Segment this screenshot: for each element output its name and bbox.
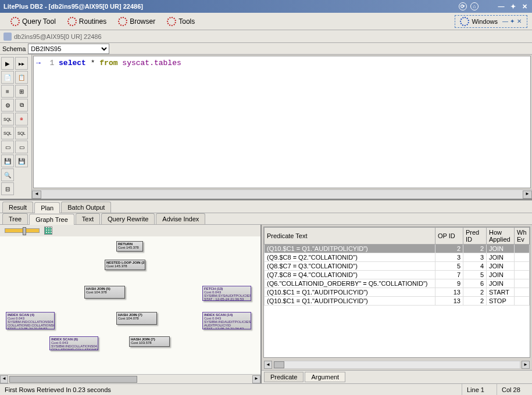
- menu-tools[interactable]: Tools: [161, 16, 201, 27]
- sql1-button[interactable]: SQL: [1, 113, 14, 125]
- plan-node[interactable]: RETURNCost 145.378: [116, 241, 143, 252]
- minimize-button[interactable]: —: [497, 2, 505, 10]
- subtab-text[interactable]: Text: [76, 213, 100, 224]
- table-row[interactable]: (Q8.$C7 = Q3."COLLATIONID")54JOIN: [265, 262, 530, 271]
- plan-node[interactable]: INDEX SCAN (4)Cost 0.043SYSIBM.INDCOLLAT…: [6, 312, 55, 329]
- open-button[interactable]: 📄: [1, 71, 14, 84]
- sql2-button[interactable]: SQL: [1, 127, 14, 139]
- side-toolbar: ▶▸▸ 📄📋 ≡⊞ ⚙⧉ SQL⊗ SQLSQL ▭▭ 💾💾 🔍 ⊟: [0, 55, 32, 199]
- pred-scroll-left[interactable]: ◄: [264, 361, 272, 369]
- scroll-left[interactable]: ◄: [32, 191, 41, 199]
- tab-batch-output[interactable]: Batch Output: [61, 202, 111, 213]
- zoom-button[interactable]: 🔍: [1, 168, 14, 181]
- scroll-right[interactable]: ►: [523, 191, 532, 199]
- titlebar: LitePlus DB2 - [db2ins95@AIX95[0 UR] 224…: [0, 0, 532, 13]
- graph-scroll-thumb[interactable]: [9, 376, 137, 383]
- pred-scroll-thumb[interactable]: [274, 361, 284, 368]
- schema-row: Schema DB2INS95: [0, 43, 532, 55]
- tab-result[interactable]: Result: [2, 202, 33, 213]
- status-message: First Rows Retrieved In 0.23 seconds: [0, 384, 462, 395]
- table-row[interactable]: (Q10.$C1 = Q1."AUDITPOLICYID")132START: [265, 288, 530, 297]
- db-icon: [3, 33, 12, 41]
- editor-hscroll[interactable]: ◄ ►: [32, 189, 532, 199]
- pred-scroll-right[interactable]: ►: [522, 361, 530, 369]
- table-row[interactable]: (Q10.$C1 = Q1."AUDITPOLICYID")22JOIN: [265, 245, 530, 253]
- kw-select: select: [59, 59, 86, 67]
- plan-node[interactable]: HASH JOIN (7)Cost 104.078: [116, 312, 157, 325]
- list-button[interactable]: ≡: [1, 85, 14, 98]
- col-predicate-text[interactable]: Predicate Text: [265, 228, 435, 245]
- subtab-graph-tree[interactable]: Graph Tree: [29, 214, 74, 225]
- schema-label: Schema: [2, 45, 26, 52]
- gear-icon: [167, 17, 176, 26]
- subtab-tree[interactable]: Tree: [2, 213, 28, 224]
- pref-button[interactable]: ⚙: [1, 99, 14, 112]
- sys-icon-2[interactable]: ⌂: [470, 2, 479, 10]
- plan-node[interactable]: NESTED LOOP JOIN (2)Cost 145.378: [105, 260, 145, 270]
- plan-node[interactable]: HASH JOIN (5)Cost 104.378: [84, 286, 125, 299]
- page2-button[interactable]: ▭: [15, 141, 28, 153]
- connection-string: db2ins95@AIX95[0 UR] 22486: [14, 33, 102, 40]
- sql3-button[interactable]: SQL: [15, 127, 28, 139]
- pred-bottom-tabs: Predicate Argument: [262, 370, 532, 383]
- grid-button[interactable]: ⊞: [15, 85, 28, 98]
- mdi-close[interactable]: ✕: [516, 18, 522, 24]
- menu-browser-label: Browser: [130, 17, 155, 26]
- save-button[interactable]: 💾: [1, 155, 14, 167]
- menu-routines-label: Routines: [79, 17, 106, 26]
- menu-windows[interactable]: Windows — ✦ ✕: [455, 15, 527, 28]
- graph-scroll-left[interactable]: ◄: [0, 375, 8, 383]
- menu-routines[interactable]: Routines: [62, 16, 112, 27]
- tab-plan[interactable]: Plan: [34, 202, 60, 213]
- col-how-applied[interactable]: How Applied: [487, 228, 515, 245]
- sql-cancel-button[interactable]: ⊗: [15, 113, 28, 125]
- plan-subtabs: Tree Graph Tree Text Query Rewrite Advis…: [0, 213, 532, 225]
- sql-table: syscat.tables: [122, 59, 181, 67]
- graph-canvas[interactable]: RETURNCost 145.378NESTED LOOP JOIN (2)Co…: [0, 236, 260, 374]
- maximize-button[interactable]: ✦: [509, 2, 517, 10]
- col-op-id[interactable]: OP ID: [435, 228, 463, 245]
- run-script-button[interactable]: ▸▸: [15, 57, 28, 70]
- schema-select[interactable]: DB2INS95: [28, 44, 109, 54]
- graph-hscroll[interactable]: ◄ ►: [0, 374, 260, 383]
- table-row[interactable]: (Q9.$C8 = Q2."COLLATIONID")33JOIN: [265, 253, 530, 262]
- lower-tabset: Result Plan Batch Output: [0, 200, 532, 213]
- table-row[interactable]: (Q7.$C8 = Q4."COLLATIONID")75JOIN: [265, 271, 530, 279]
- graph-scroll-right[interactable]: ►: [252, 375, 260, 383]
- table-row[interactable]: (Q6."COLLATIONID_ORDERBY" = Q5."COLLATIO…: [265, 279, 530, 288]
- copy-button[interactable]: ⧉: [15, 99, 28, 112]
- menu-query-tool-label: Query Tool: [22, 17, 56, 26]
- subtab-advise-index[interactable]: Advise Index: [156, 213, 205, 224]
- menu-query-tool[interactable]: Query Tool: [5, 16, 62, 27]
- btab-predicate[interactable]: Predicate: [264, 372, 304, 382]
- kw-from: from: [99, 59, 117, 67]
- table-row[interactable]: (Q10.$C1 = Q1."AUDITPOLICYID")132STOP: [265, 297, 530, 306]
- pred-hscroll[interactable]: ◄ ►: [262, 360, 532, 370]
- plan-node[interactable]: INDEX SCAN (6)Cost 0.043SYSIBM.INDCOLLAT…: [49, 336, 98, 350]
- plan-node[interactable]: INDEX SCAN (14)Cost 0.043SYSIBM.INDAUDIT…: [202, 312, 251, 329]
- page-button[interactable]: ▭: [1, 141, 14, 153]
- col-pred-id[interactable]: Pred ID: [463, 228, 487, 245]
- close-button[interactable]: ✕: [520, 2, 529, 10]
- menu-windows-label: Windows: [472, 18, 498, 25]
- run-button[interactable]: ▶: [1, 57, 14, 70]
- title-sysicons: ⟳ ⌂ — ✦ ✕: [459, 2, 529, 10]
- sys-icon-1[interactable]: ⟳: [459, 2, 467, 10]
- col-when-eval[interactable]: WhEv: [515, 228, 530, 245]
- mdi-minimize[interactable]: —: [502, 18, 508, 24]
- subtab-query-rewrite[interactable]: Query Rewrite: [101, 213, 155, 224]
- tree-button[interactable]: ⊟: [1, 182, 14, 195]
- addressbar: db2ins95@AIX95[0 UR] 22486: [0, 30, 532, 43]
- grid-toggle-icon[interactable]: [44, 227, 52, 235]
- gear-icon: [10, 17, 20, 26]
- menu-browser[interactable]: Browser: [112, 16, 161, 27]
- plan-node[interactable]: HASH JOIN (7)Cost 103.578: [129, 336, 170, 347]
- new-button[interactable]: 📋: [15, 71, 28, 84]
- plan-node[interactable]: FETCH (13)Cost 0.043SYSIBM.SYSAUDITPOLIC…: [202, 286, 251, 301]
- saveas-button[interactable]: 💾: [15, 155, 28, 167]
- sql-editor[interactable]: → 1 select * from syscat.tables: [33, 56, 531, 188]
- predicate-pane: Predicate Text OP ID Pred ID How Applied…: [262, 225, 532, 383]
- btab-argument[interactable]: Argument: [305, 372, 345, 382]
- mdi-maximize[interactable]: ✦: [509, 18, 515, 24]
- zoom-slider[interactable]: [5, 228, 40, 233]
